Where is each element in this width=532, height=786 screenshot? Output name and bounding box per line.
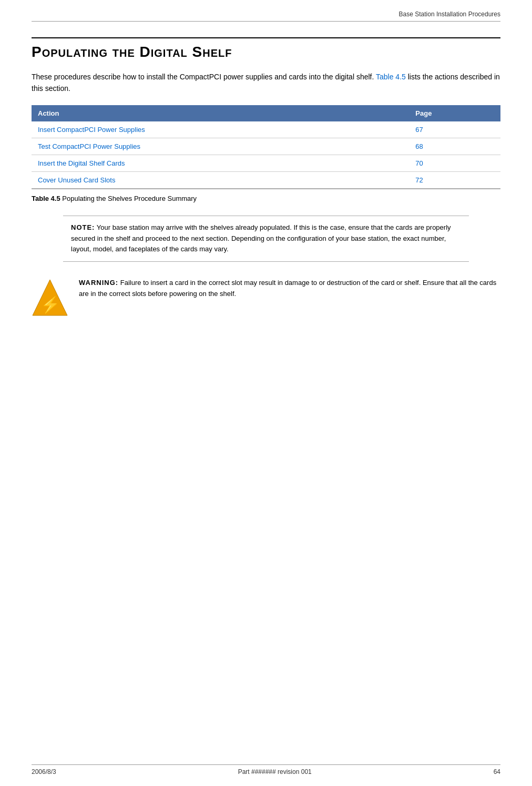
table-cell-action: Insert CompactPCI Power Supplies bbox=[32, 121, 409, 138]
page-title: Populating the Digital Shelf bbox=[32, 37, 500, 60]
table-cell-action: Cover Unused Card Slots bbox=[32, 171, 409, 189]
table-row: Insert CompactPCI Power Supplies67 bbox=[32, 121, 500, 138]
procedure-table: Action Page Insert CompactPCI Power Supp… bbox=[32, 105, 500, 189]
svg-text:⚡: ⚡ bbox=[40, 295, 60, 314]
note-box: NOTE: Your base station may arrive with … bbox=[63, 216, 469, 262]
table-cell-page: 72 bbox=[409, 171, 500, 189]
warning-text: Failure to insert a card in the correct … bbox=[79, 279, 496, 298]
page-footer: 2006/8/3 Part ####### revision 001 64 bbox=[32, 764, 500, 775]
page-container: Base Station Installation Procedures Pop… bbox=[0, 0, 532, 786]
table-row: Insert the Digital Shelf Cards70 bbox=[32, 155, 500, 171]
note-label: NOTE: bbox=[71, 223, 95, 231]
table-caption-bold: Table 4.5 bbox=[32, 195, 60, 202]
table-caption: Table 4.5 Populating the Shelves Procedu… bbox=[32, 195, 500, 202]
table-cell-page: 67 bbox=[409, 121, 500, 138]
note-text: Your base station may arrive with the sh… bbox=[71, 223, 451, 253]
column-page: Page bbox=[409, 105, 500, 121]
footer-right: 64 bbox=[494, 768, 500, 775]
footer-center: Part ####### revision 001 bbox=[238, 768, 312, 775]
warning-section: ⚡ WARNING: Failure to insert a card in t… bbox=[32, 278, 500, 320]
table-caption-text: Populating the Shelves Procedure Summary bbox=[60, 195, 197, 202]
table-cell-page: 70 bbox=[409, 155, 500, 171]
warning-icon: ⚡ bbox=[32, 278, 68, 320]
table-cell-action: Insert the Digital Shelf Cards bbox=[32, 155, 409, 171]
page-header: Base Station Installation Procedures bbox=[32, 11, 500, 22]
warning-text-container: WARNING: Failure to insert a card in the… bbox=[79, 278, 500, 300]
table-cell-action: Test CompactPCI Power Supplies bbox=[32, 138, 409, 155]
table-header-row: Action Page bbox=[32, 105, 500, 121]
table-cell-page: 68 bbox=[409, 138, 500, 155]
table-link[interactable]: Table 4.5 bbox=[376, 73, 406, 81]
warning-triangle-icon: ⚡ bbox=[32, 278, 68, 320]
table-row: Cover Unused Card Slots72 bbox=[32, 171, 500, 189]
column-action: Action bbox=[32, 105, 409, 121]
footer-left: 2006/8/3 bbox=[32, 768, 56, 775]
intro-paragraph: These procedures describe how to install… bbox=[32, 71, 500, 95]
table-row: Test CompactPCI Power Supplies68 bbox=[32, 138, 500, 155]
header-title: Base Station Installation Procedures bbox=[399, 11, 500, 18]
intro-text-before: These procedures describe how to install… bbox=[32, 73, 376, 81]
warning-label: WARNING: bbox=[79, 279, 118, 287]
